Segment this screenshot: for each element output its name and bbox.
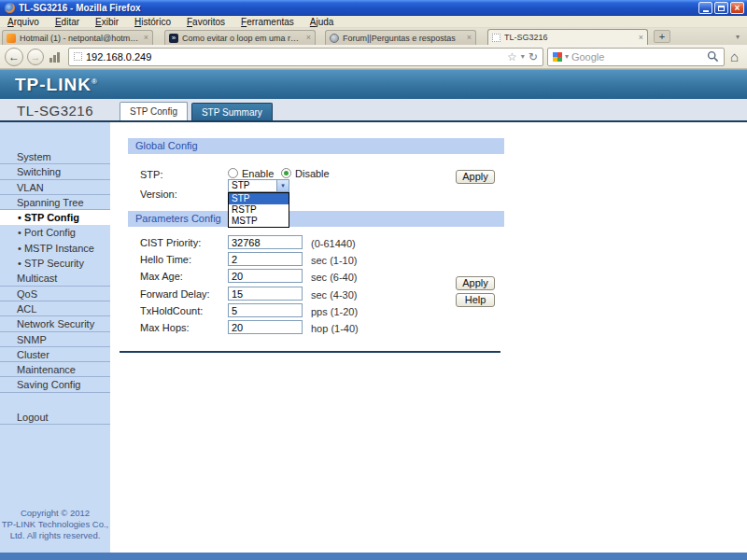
back-button[interactable]: ← bbox=[5, 48, 23, 66]
version-option-mstp[interactable]: MSTP bbox=[229, 216, 289, 227]
menu-exibir[interactable]: Exibir bbox=[95, 17, 119, 27]
copyright-footer: Copyright © 2012 TP-LINK Technologies Co… bbox=[0, 508, 110, 541]
sidebar-item-snmp[interactable]: SNMP bbox=[0, 332, 110, 347]
copyright-line: Copyright © 2012 bbox=[0, 508, 110, 519]
tab-title: Hotmail (1) - netpontal@hotmail.com bbox=[20, 34, 140, 43]
forward-delay-input[interactable] bbox=[228, 287, 303, 301]
page-tabs: STP Config STP Summary bbox=[120, 102, 273, 120]
list-all-tabs-icon[interactable]: ▾ bbox=[736, 33, 740, 41]
browser-tab-forum[interactable]: Forum||Perguntas e respostas × bbox=[325, 30, 476, 45]
navigation-toolbar: ← → ☆ ▾ ↻ ▾ ⌂ bbox=[0, 45, 747, 69]
parameters-apply-button[interactable]: Apply bbox=[456, 276, 495, 290]
menu-ferramentas[interactable]: Ferramentas bbox=[241, 17, 294, 27]
search-magnifier-icon[interactable] bbox=[707, 50, 719, 63]
stp-disable-radio[interactable] bbox=[281, 168, 291, 178]
hello-time-hint: sec (1-10) bbox=[311, 254, 358, 268]
restore-icon bbox=[718, 6, 725, 11]
version-select-value: STP bbox=[229, 180, 276, 191]
url-bar[interactable]: ☆ ▾ ↻ bbox=[68, 48, 543, 66]
sidebar-item-saving-config[interactable]: Saving Config bbox=[0, 377, 110, 392]
search-bar[interactable]: ▾ bbox=[547, 48, 725, 66]
sidebar-item-network-security[interactable]: Network Security bbox=[0, 316, 110, 331]
sidebar-item-acl[interactable]: ACL bbox=[0, 301, 110, 316]
history-bars-icon[interactable] bbox=[49, 51, 63, 63]
tab-title: TL-SG3216 bbox=[504, 33, 635, 42]
stp-enable-radio[interactable] bbox=[228, 168, 238, 178]
tab-close-icon[interactable]: × bbox=[639, 34, 643, 42]
sidebar-item-spanning-tree[interactable]: Spanning Tree bbox=[0, 195, 110, 210]
menu-editar[interactable]: Editar bbox=[55, 17, 79, 27]
version-option-stp[interactable]: STP bbox=[229, 193, 289, 204]
restore-button[interactable] bbox=[714, 2, 728, 14]
tab-stp-summary[interactable]: STP Summary bbox=[191, 103, 273, 120]
help-button[interactable]: Help bbox=[456, 293, 495, 307]
sidebar-item-mstp-instance[interactable]: MSTP Instance bbox=[0, 241, 110, 256]
search-engine-dropdown-icon[interactable]: ▾ bbox=[565, 53, 569, 61]
stp-label: STP: bbox=[140, 168, 162, 182]
section-divider bbox=[120, 351, 500, 353]
browser-tab-forum-topic[interactable]: » Como evitar o loop em uma rede cabead.… bbox=[164, 30, 316, 45]
browser-tab-hotmail[interactable]: Hotmail (1) - netpontal@hotmail.com × bbox=[2, 30, 153, 45]
version-label: Version: bbox=[140, 188, 177, 202]
global-config-header: Global Config bbox=[128, 138, 504, 154]
sidebar-item-multicast[interactable]: Multicast bbox=[0, 271, 110, 286]
urlbar-dropdown-icon[interactable]: ▾ bbox=[521, 53, 525, 61]
hello-time-input[interactable] bbox=[228, 252, 303, 266]
txholdcount-input[interactable] bbox=[228, 303, 303, 317]
brand-band: TP-LINK® bbox=[0, 69, 747, 99]
page-tab-strip: TL-SG3216 STP Config STP Summary bbox=[0, 99, 747, 122]
max-hops-label: Max Hops: bbox=[140, 321, 190, 335]
home-icon[interactable]: ⌂ bbox=[730, 49, 739, 63]
sidebar-item-logout[interactable]: Logout bbox=[0, 410, 110, 425]
sidebar-item-qos[interactable]: QoS bbox=[0, 287, 110, 301]
global-apply-button[interactable]: Apply bbox=[456, 170, 495, 184]
max-age-input[interactable] bbox=[228, 269, 303, 283]
forward-button[interactable]: → bbox=[27, 49, 44, 65]
sidebar-item-cluster[interactable]: Cluster bbox=[0, 347, 110, 362]
minimize-button[interactable] bbox=[698, 2, 712, 14]
tab-close-icon[interactable]: × bbox=[467, 34, 472, 42]
select-arrow-icon[interactable]: ▾ bbox=[276, 180, 289, 191]
window-title: TL-SG3216 - Mozilla Firefox bbox=[19, 3, 698, 13]
cist-priority-input[interactable] bbox=[228, 235, 303, 249]
sidebar-item-system[interactable]: System bbox=[0, 149, 110, 164]
sidebar-item-stp-config[interactable]: STP Config bbox=[0, 210, 110, 225]
new-tab-button[interactable]: + bbox=[654, 30, 670, 43]
forward-delay-hint: sec (4-30) bbox=[311, 288, 358, 302]
sidebar-item-stp-security[interactable]: STP Security bbox=[0, 256, 110, 271]
tab-close-icon[interactable]: × bbox=[306, 34, 311, 42]
url-input[interactable] bbox=[86, 51, 503, 63]
menubar: Arquivo Editar Exibir Histórico Favorito… bbox=[0, 16, 747, 28]
globe-icon bbox=[330, 34, 339, 43]
window-controls: × bbox=[698, 2, 744, 14]
tplink-logo: TP-LINK® bbox=[15, 75, 98, 95]
sidebar-menu: System Switching VLAN Spanning Tree STP … bbox=[0, 149, 110, 425]
menu-ajuda[interactable]: Ajuda bbox=[310, 17, 334, 27]
browser-tabbar: Hotmail (1) - netpontal@hotmail.com × » … bbox=[0, 28, 747, 45]
content-area: Global Config STP: Enable Disable Apply … bbox=[110, 122, 747, 553]
hotmail-icon bbox=[7, 34, 16, 43]
stp-disable-label[interactable]: Disable bbox=[295, 168, 330, 180]
txholdcount-label: TxHoldCount: bbox=[140, 304, 203, 318]
menu-favoritos[interactable]: Favoritos bbox=[187, 17, 225, 27]
tab-close-icon[interactable]: × bbox=[144, 34, 148, 42]
browser-tab-active[interactable]: TL-SG3216 × bbox=[487, 29, 648, 45]
menu-arquivo[interactable]: Arquivo bbox=[7, 17, 39, 27]
max-hops-hint: hop (1-40) bbox=[311, 322, 359, 336]
menu-historico[interactable]: Histórico bbox=[134, 17, 171, 27]
close-button[interactable]: × bbox=[730, 2, 744, 14]
search-input[interactable] bbox=[571, 51, 704, 63]
max-hops-input[interactable] bbox=[228, 320, 303, 334]
google-search-engine-icon[interactable] bbox=[553, 52, 562, 62]
sidebar-item-port-config[interactable]: Port Config bbox=[0, 225, 110, 240]
reload-icon[interactable]: ↻ bbox=[529, 51, 538, 63]
sidebar-item-maintenance[interactable]: Maintenance bbox=[0, 362, 110, 377]
tab-stp-config[interactable]: STP Config bbox=[120, 102, 188, 120]
sidebar-item-vlan[interactable]: VLAN bbox=[0, 180, 110, 195]
forward-delay-label: Forward Delay: bbox=[140, 287, 210, 301]
sidebar-item-switching[interactable]: Switching bbox=[0, 164, 110, 179]
version-select[interactable]: STP ▾ bbox=[228, 179, 289, 192]
version-option-rstp[interactable]: RSTP bbox=[229, 204, 289, 216]
bookmark-star-icon[interactable]: ☆ bbox=[507, 51, 517, 63]
firefox-window: TL-SG3216 - Mozilla Firefox × Arquivo Ed… bbox=[0, 0, 747, 560]
